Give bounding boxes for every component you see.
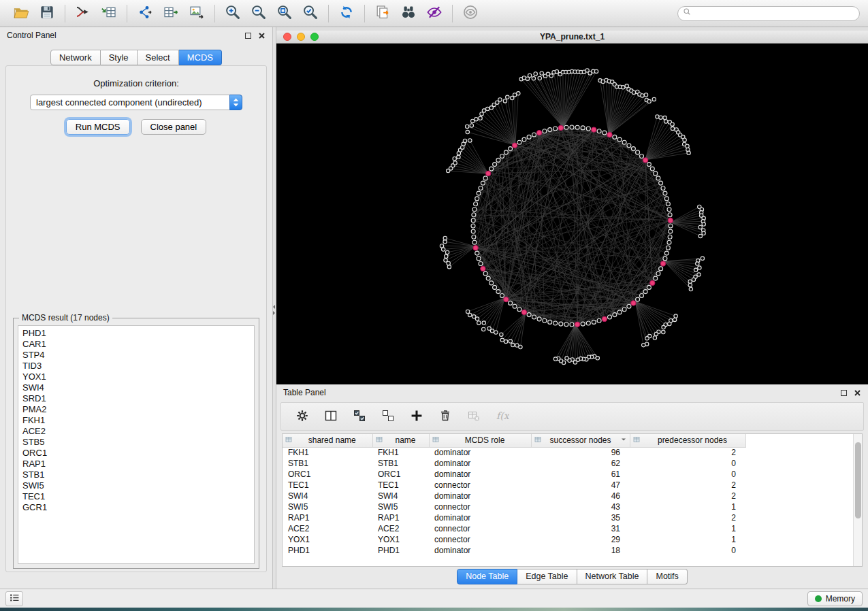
cell-shared-name: RAP1 [283, 512, 372, 523]
tab-network-table[interactable]: Network Table [577, 569, 648, 584]
network-canvas[interactable] [276, 44, 868, 384]
close-window-icon[interactable] [283, 33, 291, 41]
table-row[interactable]: STB1STB1dominator620 [283, 458, 745, 469]
export-table-button[interactable] [158, 3, 184, 24]
network-graph[interactable] [276, 44, 868, 384]
gear-button[interactable] [293, 408, 311, 425]
cell-predecessor-nodes: 0 [630, 545, 745, 556]
tab-network[interactable]: Network [50, 50, 101, 65]
cell-successor-nodes: 96 [531, 447, 630, 458]
column-header-mcds-role[interactable]: MCDS role [429, 434, 531, 447]
table-row[interactable]: RAP1RAP1dominator352 [283, 512, 745, 523]
toolbar-separator [214, 5, 215, 22]
table-row[interactable]: ORC1ORC1dominator610 [283, 469, 745, 480]
search-input[interactable] [696, 9, 856, 18]
refresh-view-button[interactable] [334, 3, 359, 24]
cell-mcds-role: connector [429, 534, 531, 545]
tab-style[interactable]: Style [101, 50, 138, 65]
delete-row-button[interactable] [436, 408, 454, 425]
import-network-button[interactable] [70, 3, 96, 24]
mcds-result-item[interactable]: RAP1 [22, 459, 250, 469]
mcds-result-item[interactable]: STB1 [22, 469, 250, 480]
mcds-result-item[interactable]: TEC1 [22, 491, 250, 502]
zoom-in-button[interactable] [220, 3, 246, 24]
mcds-result-item[interactable]: SWI5 [22, 480, 250, 491]
tab-select[interactable]: Select [138, 50, 179, 65]
find-binoculars-button[interactable] [396, 3, 421, 24]
deselect-all-button[interactable] [379, 408, 397, 425]
mcds-result-item[interactable]: SRD1 [22, 393, 250, 404]
column-header-successor-nodes[interactable]: successor nodes [531, 434, 630, 447]
search-box[interactable] [677, 6, 860, 21]
toolbar-separator [127, 5, 127, 22]
function-builder-button[interactable]: f(x) [494, 408, 511, 425]
mcds-result-item[interactable]: SWI4 [22, 382, 250, 393]
svg-text:f(x): f(x) [496, 410, 509, 421]
mcds-result-item[interactable]: STP4 [22, 350, 250, 361]
mcds-result-item[interactable]: GCR1 [22, 502, 250, 513]
table-row[interactable]: PHD1PHD1dominator180 [283, 545, 745, 556]
mcds-result-item[interactable]: STB5 [22, 437, 250, 448]
delete-table-button[interactable] [465, 408, 483, 425]
column-header-shared-name[interactable]: shared name [283, 434, 372, 447]
zoom-out-icon [251, 4, 267, 22]
network-window-titlebar[interactable]: YPA_prune.txt_1 [276, 31, 868, 44]
column-header-predecessor-nodes[interactable]: predecessor nodes [630, 434, 745, 447]
zoom-selected-button[interactable] [298, 3, 323, 24]
mcds-result-item[interactable]: FKH1 [22, 415, 250, 426]
open-session-button[interactable] [8, 3, 34, 24]
table-row[interactable]: YOX1YOX1connector291 [283, 534, 745, 545]
show-details-button[interactable] [457, 3, 483, 24]
columns-button[interactable] [322, 408, 340, 425]
cell-mcds-role: dominator [429, 491, 531, 501]
maximize-window-icon[interactable] [310, 33, 319, 41]
mcds-result-item[interactable]: YOX1 [22, 371, 250, 382]
column-header-name[interactable]: name [372, 434, 429, 447]
mcds-result-item[interactable]: TID3 [22, 361, 250, 371]
mcds-result-item[interactable]: CAR1 [22, 339, 250, 350]
table-row[interactable]: FKH1FKH1dominator962 [283, 447, 745, 458]
table-row[interactable]: SWI4SWI4dominator462 [283, 491, 745, 501]
float-panel-icon[interactable] [245, 33, 251, 39]
tab-edge-table[interactable]: Edge Table [517, 569, 577, 584]
cell-name: TEC1 [372, 480, 429, 491]
close-table-panel-icon[interactable] [854, 389, 861, 397]
save-session-button[interactable] [34, 3, 60, 24]
add-row-button[interactable] [408, 408, 425, 425]
mcds-result-item[interactable]: ACE2 [22, 426, 250, 437]
scrollbar-thumb[interactable] [855, 442, 861, 518]
hide-details-button[interactable] [421, 3, 447, 24]
run-mcds-button[interactable]: Run MCDS [66, 119, 130, 135]
table-scrollbar[interactable] [853, 434, 862, 566]
column-menu-icon[interactable] [620, 435, 627, 445]
export-image-button[interactable] [184, 3, 210, 24]
tab-node-table[interactable]: Node Table [457, 569, 517, 584]
import-table-button[interactable] [96, 3, 122, 24]
select-all-button[interactable] [351, 408, 368, 425]
splitter-grip-icon[interactable] [273, 305, 276, 315]
tab-mcds[interactable]: MCDS [179, 50, 222, 65]
zoom-fit-button[interactable] [272, 3, 298, 24]
mcds-result-item[interactable]: PHD1 [22, 328, 250, 339]
cell-predecessor-nodes: 1 [630, 523, 745, 534]
table-row[interactable]: TEC1TEC1connector472 [283, 480, 745, 491]
sort-icon [633, 435, 640, 445]
status-menu-button[interactable] [5, 591, 23, 606]
optimization-criterion-select[interactable]: largest connected component (undirected) [30, 95, 242, 110]
zoom-out-button[interactable] [246, 3, 272, 24]
memory-button[interactable]: Memory [807, 591, 863, 606]
float-table-panel-icon[interactable] [841, 390, 847, 396]
clone-network-button[interactable] [370, 3, 396, 24]
table-panel-header: Table Panel [276, 384, 868, 401]
export-network-button[interactable] [132, 3, 158, 24]
close-panel-icon[interactable] [258, 32, 266, 39]
tab-motifs[interactable]: Motifs [647, 569, 687, 584]
minimize-window-icon[interactable] [297, 33, 305, 41]
cell-mcds-role: dominator [429, 512, 531, 523]
delete-table-icon [467, 409, 481, 425]
table-row[interactable]: ACE2ACE2connector311 [283, 523, 745, 534]
mcds-result-item[interactable]: PMA2 [22, 404, 250, 415]
close-panel-button[interactable]: Close panel [141, 119, 207, 135]
mcds-result-item[interactable]: ORC1 [22, 448, 250, 459]
table-row[interactable]: SWI5SWI5connector431 [283, 501, 745, 512]
